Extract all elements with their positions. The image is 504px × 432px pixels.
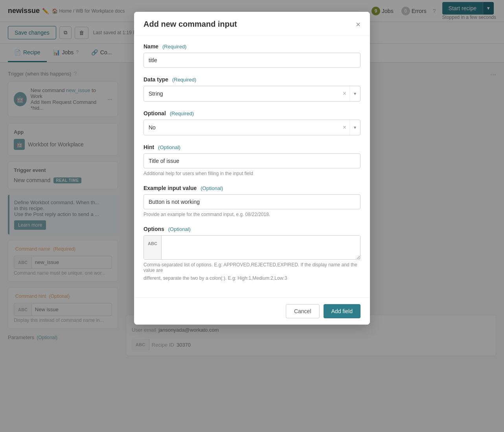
- modal-body: Name (Required) Data type (Required) Str…: [134, 35, 370, 297]
- add-command-modal: Add new command input × Name (Required) …: [134, 12, 370, 325]
- modal-options-textarea[interactable]: [162, 236, 360, 259]
- modal-options-group: Options (Optional) ABC Comma-separated l…: [143, 226, 361, 281]
- modal-options-label: Options (Optional): [143, 226, 361, 232]
- modal-name-label: Name (Required): [143, 43, 361, 50]
- modal-options-wrapper: ABC: [143, 235, 361, 260]
- modal-optional-arrow[interactable]: ▾: [349, 120, 360, 135]
- modal-optional-clear[interactable]: ×: [340, 124, 349, 131]
- modal-example-input[interactable]: [143, 194, 361, 209]
- modal-footer: Cancel Add field: [134, 297, 370, 325]
- modal-example-label: Example input value (Optional): [143, 185, 361, 191]
- modal-example-group: Example input value (Optional) Provide a…: [143, 185, 361, 217]
- modal-title: Add new command input: [143, 20, 237, 29]
- modal-hint-input[interactable]: [143, 153, 361, 168]
- modal-hint-label: Hint (Optional): [143, 144, 361, 150]
- modal-name-group: Name (Required): [143, 43, 361, 68]
- modal-data-type-select[interactable]: String × ▾: [143, 86, 361, 102]
- modal-hint-group: Hint (Optional) Additional help for user…: [143, 144, 361, 176]
- modal-data-type-value: String: [144, 87, 340, 101]
- modal-data-type-clear[interactable]: ×: [340, 90, 349, 97]
- modal-optional-select[interactable]: No × ▾: [143, 120, 361, 135]
- modal-optional-group: Optional (Required) No × ▾: [143, 110, 361, 135]
- modal-options-hint1: Comma-separated list of options. E.g: AP…: [143, 262, 361, 273]
- modal-data-type-arrow[interactable]: ▾: [349, 86, 360, 101]
- modal-optional-label: Optional (Required): [143, 110, 361, 116]
- modal-name-input[interactable]: [143, 53, 361, 68]
- modal-header: Add new command input ×: [134, 12, 370, 35]
- add-field-button[interactable]: Add field: [324, 304, 361, 318]
- modal-optional-value: No: [144, 120, 340, 135]
- modal-options-prefix: ABC: [144, 236, 162, 259]
- modal-hint-description: Additional help for users when filling i…: [143, 171, 361, 176]
- modal-options-hint2: different, separate the two by a colon(:…: [143, 275, 361, 281]
- modal-close-button[interactable]: ×: [356, 20, 361, 28]
- modal-example-description: Provide an example for the command input…: [143, 212, 361, 217]
- cancel-button[interactable]: Cancel: [286, 304, 320, 318]
- modal-data-type-group: Data type (Required) String × ▾: [143, 76, 361, 102]
- modal-data-type-label: Data type (Required): [143, 76, 361, 83]
